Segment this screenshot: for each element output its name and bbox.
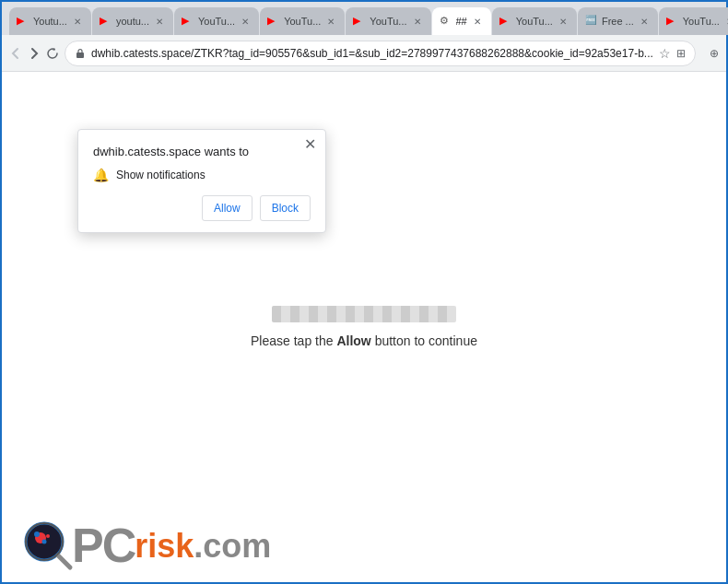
tab-7-label: YouTu... — [516, 16, 553, 27]
popup-notification-label: Show notifications — [116, 169, 205, 181]
popup-notification-row: 🔔 Show notifications — [93, 168, 311, 182]
tab-2[interactable]: ▶ youtu... ✕ — [92, 7, 173, 35]
tab-4-label: YouTu... — [284, 16, 321, 27]
address-text: dwhib.catests.space/ZTKR?tag_id=905576&s… — [91, 47, 653, 60]
tab-3-favicon: ▶ — [182, 15, 194, 28]
tab-2-label: youtu... — [116, 16, 149, 27]
tab-6-close[interactable]: ✕ — [471, 15, 484, 28]
pcrisk-logo-icon — [20, 518, 76, 573]
tab-1-label: Youtu... — [33, 16, 67, 27]
toolbar: dwhib.catests.space/ZTKR?tag_id=905576&s… — [2, 35, 726, 72]
svg-point-6 — [34, 531, 40, 537]
tab-1-favicon: ▶ — [17, 15, 29, 28]
allow-instruction-text: Please tap the Allow button to continue — [251, 333, 477, 348]
tab-7-close[interactable]: ✕ — [557, 15, 569, 28]
tab-9[interactable]: ▶ YouTu... ✕ — [659, 7, 728, 35]
tab-6-label: ## — [456, 16, 467, 27]
tab-9-close[interactable]: ✕ — [723, 15, 728, 28]
tab-5[interactable]: ▶ YouTu... ✕ — [346, 7, 430, 35]
tab-3[interactable]: ▶ YouTu... ✕ — [174, 7, 259, 35]
lock-icon — [75, 48, 86, 59]
tab-2-close[interactable]: ✕ — [153, 15, 166, 28]
page-content: ays THIS PAGE OK ✕ dwhib.catests.space w… — [2, 72, 726, 582]
pcrisk-watermark: PC risk .com — [20, 518, 271, 573]
reload-icon — [46, 47, 59, 60]
tab-5-favicon: ▶ — [353, 15, 366, 28]
progress-bar — [272, 306, 456, 322]
dotcom-logo-text: .com — [194, 527, 271, 569]
tab-3-close[interactable]: ✕ — [239, 15, 252, 28]
tab-4-close[interactable]: ✕ — [324, 15, 337, 28]
block-button[interactable]: Block — [260, 195, 311, 221]
tab-4[interactable]: ▶ YouTu... ✕ — [260, 7, 345, 35]
title-bar: ▶ Youtu... ✕ ▶ youtu... ✕ ▶ YouTu... ✕ ▶… — [2, 2, 726, 35]
tabs-area: ▶ Youtu... ✕ ▶ youtu... ✕ ▶ YouTu... ✕ ▶… — [9, 2, 728, 35]
allow-instruction-prefix: Please tap the — [251, 333, 336, 348]
popup-actions: Allow Block — [93, 195, 311, 221]
svg-line-9 — [58, 555, 70, 567]
forward-icon — [28, 47, 41, 60]
popup-title: dwhib.catests.space wants to — [93, 145, 311, 158]
tab-7[interactable]: ▶ YouTu... ✕ — [492, 7, 577, 35]
tab-3-label: YouTu... — [198, 16, 235, 27]
tab-2-favicon: ▶ — [100, 15, 112, 28]
tab-8-favicon: 🆓 — [585, 15, 598, 28]
tab-8-close[interactable]: ✕ — [638, 15, 651, 28]
cast-icon: ⊞ — [676, 47, 686, 60]
back-button[interactable] — [9, 41, 22, 66]
allow-button[interactable]: Allow — [202, 195, 252, 221]
tab-4-favicon: ▶ — [267, 15, 280, 28]
tab-5-close[interactable]: ✕ — [411, 15, 424, 28]
tab-1-close[interactable]: ✕ — [71, 15, 84, 28]
popup-close-button[interactable]: ✕ — [304, 137, 316, 152]
tab-7-favicon: ▶ — [499, 15, 512, 28]
tab-6-active[interactable]: ⚙ ## ✕ — [432, 7, 491, 35]
svg-point-8 — [46, 534, 50, 538]
bookmark-icon[interactable]: ☆ — [659, 46, 671, 61]
notification-permission-popup: ✕ dwhib.catests.space wants to 🔔 Show no… — [77, 129, 326, 233]
back-icon — [9, 47, 22, 60]
allow-word: Allow — [336, 333, 370, 348]
svg-rect-0 — [76, 53, 84, 58]
browser-window: ▶ Youtu... ✕ ▶ youtu... ✕ ▶ YouTu... ✕ ▶… — [0, 0, 728, 584]
tab-5-label: YouTu... — [370, 16, 406, 27]
address-bar[interactable]: dwhib.catests.space/ZTKR?tag_id=905576&s… — [65, 41, 696, 66]
svg-point-7 — [42, 540, 47, 544]
allow-instruction-suffix: button to continue — [371, 333, 477, 348]
bell-icon: 🔔 — [93, 168, 109, 182]
forward-button[interactable] — [28, 41, 41, 66]
reload-button[interactable] — [46, 41, 59, 66]
tab-8-label: Free ... — [602, 16, 634, 27]
extensions-button[interactable]: ⊕ — [701, 41, 727, 66]
tab-9-favicon: ▶ — [666, 15, 679, 28]
tab-9-label: YouTu... — [683, 16, 720, 27]
tab-1[interactable]: ▶ Youtu... ✕ — [9, 7, 91, 35]
pc-logo-text: PC — [72, 521, 135, 569]
toolbar-actions: ⊕ 👤 — [701, 41, 728, 66]
risk-logo-text: risk — [135, 527, 194, 569]
tab-6-favicon: ⚙ — [440, 15, 452, 28]
tab-8[interactable]: 🆓 Free ... ✕ — [578, 7, 658, 35]
